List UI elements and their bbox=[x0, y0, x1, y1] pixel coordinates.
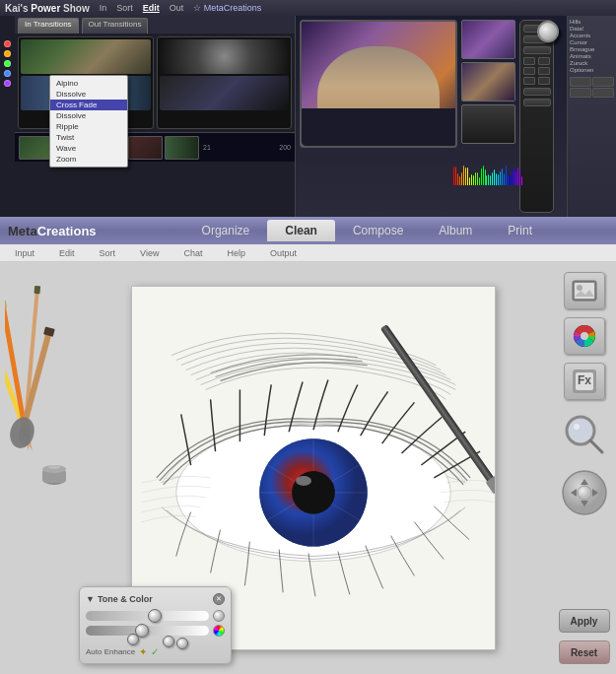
ink-pot[interactable] bbox=[42, 465, 66, 485]
tab-in-transitions[interactable]: In Transitions bbox=[18, 18, 79, 34]
slider-thumb-1[interactable] bbox=[148, 609, 162, 623]
small-thumb-1[interactable] bbox=[461, 20, 515, 59]
photo-tool-icon[interactable] bbox=[564, 272, 605, 309]
svg-rect-7 bbox=[5, 300, 7, 308]
sec-input[interactable]: Input bbox=[15, 248, 34, 258]
eq-bar-1 bbox=[455, 167, 456, 185]
remote-grid-btn-5[interactable] bbox=[523, 77, 535, 85]
timeline-thumb-5[interactable] bbox=[165, 136, 199, 160]
panel-close-button[interactable]: ✕ bbox=[213, 593, 225, 605]
remote-grid-btn-6[interactable] bbox=[538, 77, 550, 85]
eq-bar-2 bbox=[457, 173, 458, 185]
eq-bar-20 bbox=[492, 172, 493, 185]
info-grid-btn-3[interactable] bbox=[570, 88, 591, 98]
tab-clean[interactable]: Clean bbox=[267, 220, 335, 241]
remote-grid-btn-2[interactable] bbox=[538, 57, 550, 65]
info-grid-btn-4[interactable] bbox=[592, 88, 614, 98]
remote-control[interactable] bbox=[519, 20, 554, 213]
eq-bar-27 bbox=[506, 166, 507, 185]
dot-purple bbox=[4, 80, 11, 87]
eq-bar-32 bbox=[515, 171, 516, 185]
sec-chat[interactable]: Chat bbox=[183, 248, 202, 258]
timeline-thumb-4[interactable] bbox=[128, 136, 163, 160]
tab-out-transitions[interactable]: Out Transitions bbox=[82, 18, 149, 34]
eq-bar-15 bbox=[483, 166, 484, 185]
reset-button[interactable]: Reset bbox=[559, 640, 610, 664]
remote-grid-btn-3[interactable] bbox=[523, 67, 535, 75]
auto-enhance-row: Auto Enhance ✦ ✓ bbox=[86, 646, 225, 657]
dot-red bbox=[4, 40, 11, 47]
thumb-4[interactable] bbox=[160, 76, 290, 110]
slider-brightness[interactable] bbox=[86, 611, 209, 621]
video-preview[interactable] bbox=[300, 20, 457, 148]
menu-out[interactable]: Out bbox=[170, 3, 184, 13]
sec-help[interactable]: Help bbox=[227, 248, 245, 258]
dropdown-zoom[interactable]: Zoom bbox=[50, 154, 127, 165]
tab-album[interactable]: Album bbox=[421, 220, 490, 241]
logo-meta: Meta bbox=[8, 224, 37, 238]
dropdown-twist[interactable]: Twist bbox=[50, 132, 127, 143]
thumb-1[interactable] bbox=[21, 39, 151, 74]
eq-bar-14 bbox=[481, 168, 482, 185]
remote-btn-4[interactable] bbox=[523, 88, 551, 96]
dot-orange bbox=[4, 50, 11, 57]
nav-control[interactable] bbox=[561, 469, 608, 516]
remote-btn-5[interactable] bbox=[523, 99, 551, 106]
slider-row-color bbox=[86, 640, 225, 643]
slider-icon-1 bbox=[213, 610, 225, 622]
svg-rect-13 bbox=[43, 327, 55, 337]
eq-bar-18 bbox=[488, 174, 489, 185]
small-thumb-3[interactable] bbox=[461, 104, 515, 144]
sec-edit[interactable]: Edit bbox=[59, 248, 75, 258]
sec-output[interactable]: Output bbox=[270, 248, 297, 258]
adjustments-svg: Fx bbox=[571, 368, 598, 395]
tab-compose[interactable]: Compose bbox=[335, 220, 421, 241]
remote-grid-btn-1[interactable] bbox=[523, 57, 535, 65]
small-thumb-2[interactable] bbox=[461, 62, 515, 101]
dropdown-cross-fade[interactable]: Cross Fade bbox=[50, 100, 127, 110]
remote-btn-3[interactable] bbox=[523, 46, 551, 54]
slider-contrast[interactable] bbox=[86, 626, 209, 636]
panel-title-text: Tone & Color bbox=[98, 594, 153, 604]
info-animats: Animats bbox=[570, 53, 614, 59]
slider-thumb-green[interactable] bbox=[163, 636, 174, 647]
eq-bar-29 bbox=[510, 175, 511, 185]
slider-thumb-blue[interactable] bbox=[176, 638, 188, 649]
magnifier-tool[interactable] bbox=[563, 413, 606, 456]
panel-title: ▼ Tone & Color bbox=[86, 594, 153, 604]
menu-edit[interactable]: Edit bbox=[143, 3, 160, 13]
eq-strip bbox=[453, 166, 522, 185]
thumb-3[interactable] bbox=[160, 39, 290, 74]
dropdown-alpino[interactable]: Alpino bbox=[50, 78, 127, 89]
dropdown-dissolve[interactable]: Dissolve bbox=[50, 89, 127, 100]
dropdown-dissolve2[interactable]: Dissolve bbox=[50, 110, 127, 121]
remote-grid-btn-4[interactable] bbox=[538, 67, 550, 75]
photo-icon-svg bbox=[571, 279, 598, 303]
eq-bar-17 bbox=[486, 175, 487, 186]
info-grid-btn-1[interactable] bbox=[570, 77, 591, 87]
tabs-row: In Transitions Out Transitions bbox=[15, 16, 295, 34]
menu-metacreations[interactable]: ☆ MetaCreations bbox=[193, 3, 261, 13]
sec-sort[interactable]: Sort bbox=[100, 248, 116, 258]
dropdown-ripple[interactable]: Ripple bbox=[50, 121, 127, 132]
eq-bar-26 bbox=[504, 173, 505, 185]
thumb-road-bg bbox=[21, 39, 151, 74]
tab-organize[interactable]: Organize bbox=[184, 220, 268, 241]
color-wheel-icon[interactable] bbox=[564, 317, 605, 355]
dropdown-wave[interactable]: Wave bbox=[50, 143, 127, 154]
apply-button[interactable]: Apply bbox=[559, 609, 610, 633]
check-icon[interactable]: ✓ bbox=[151, 646, 159, 657]
sec-view[interactable]: View bbox=[140, 248, 159, 258]
timeline-thumb-1[interactable] bbox=[19, 136, 53, 160]
menu-in[interactable]: In bbox=[100, 3, 107, 13]
adjustments-icon[interactable]: Fx bbox=[564, 363, 605, 400]
eq-bars-container bbox=[453, 166, 522, 185]
thumb-dark-bg-2 bbox=[160, 76, 290, 110]
tab-print[interactable]: Print bbox=[490, 220, 550, 241]
menu-sort[interactable]: Sort bbox=[116, 3, 133, 13]
sparkle-icon: ✦ bbox=[139, 646, 147, 657]
svg-rect-11 bbox=[21, 332, 52, 429]
dot-green bbox=[4, 60, 11, 67]
slider-thumb-red[interactable] bbox=[127, 634, 139, 645]
info-grid-btn-2[interactable] bbox=[592, 77, 614, 87]
